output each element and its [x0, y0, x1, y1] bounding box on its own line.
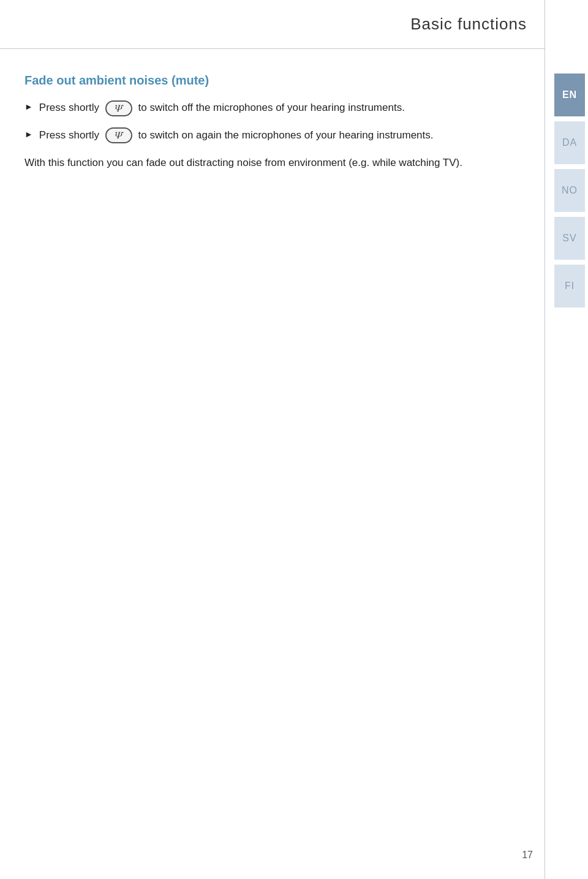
microphone-on-icon: 𝛹: [115, 128, 123, 143]
bullet-arrow-1: ►: [24, 100, 33, 113]
lang-tab-en[interactable]: EN: [554, 74, 585, 116]
lang-tab-no[interactable]: NO: [554, 169, 585, 212]
page-container: Basic functions EN DA NO SV FI Fade out …: [0, 0, 588, 879]
header: Basic functions: [0, 0, 545, 49]
lang-tab-sv[interactable]: SV: [554, 217, 585, 260]
bullet-arrow-2: ►: [24, 128, 33, 141]
main-content: Fade out ambient noises (mute) ► Press s…: [0, 49, 545, 195]
lang-sidebar: EN DA NO SV FI: [551, 0, 588, 879]
microphone-off-icon: 𝛹: [115, 101, 123, 116]
extra-text: With this function you can fade out dist…: [24, 154, 508, 171]
lang-tab-da[interactable]: DA: [554, 121, 585, 164]
section-heading: Fade out ambient noises (mute): [24, 74, 508, 88]
page-number: 17: [522, 850, 533, 861]
bullet-item-2: ► Press shortly 𝛹 to switch on again the…: [24, 127, 508, 144]
bullet-text-1: Press shortly 𝛹 to switch off the microp…: [39, 100, 508, 116]
bullet-text-2: Press shortly 𝛹 to switch on again the m…: [39, 127, 508, 144]
mute-button-icon-2: 𝛹: [105, 127, 132, 143]
mute-button-icon-1: 𝛹: [105, 100, 132, 116]
bullet-item-1: ► Press shortly 𝛹 to switch off the micr…: [24, 100, 508, 116]
lang-tab-fi[interactable]: FI: [554, 265, 585, 307]
page-title: Basic functions: [410, 15, 527, 34]
